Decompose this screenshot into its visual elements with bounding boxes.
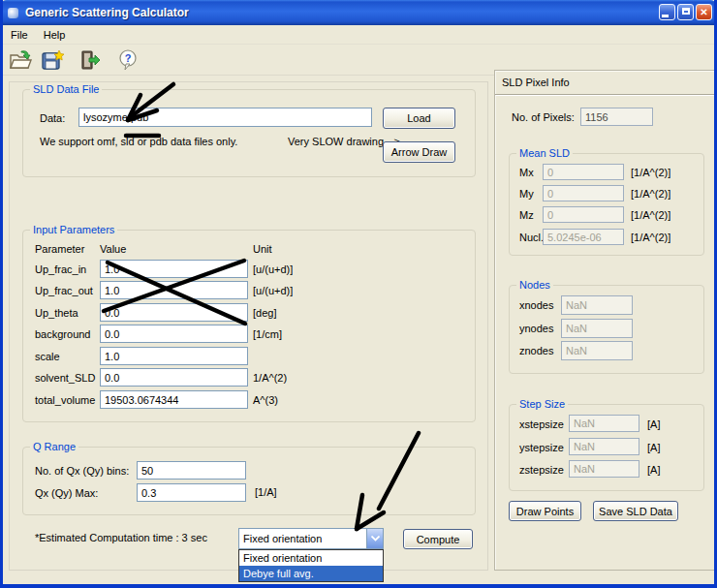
menu-bar: File Help <box>3 25 714 45</box>
save-file-button[interactable] <box>40 47 65 73</box>
mx-unit: [1/A^(2)] <box>631 167 670 178</box>
param-label: total_volume <box>35 394 95 406</box>
help-button[interactable]: ? <box>115 47 140 73</box>
mx-field <box>543 164 624 180</box>
param-label: scale <box>35 351 60 362</box>
my-label: My <box>519 188 534 200</box>
close-button[interactable]: ✕ <box>696 4 712 20</box>
param-unit: A^(3) <box>253 394 278 406</box>
ystepsize-unit: [A] <box>647 442 660 453</box>
app-icon <box>8 8 18 18</box>
step-size-group-title: Step Size <box>516 398 568 410</box>
open-file-button[interactable] <box>8 47 33 73</box>
param-label: background <box>35 328 91 340</box>
title-bar: Generic Scattering Calculator ✕ <box>0 0 717 25</box>
load-button[interactable]: Load <box>383 108 455 129</box>
minimize-button[interactable] <box>659 4 675 20</box>
nucl-unit: [1/A^(2)] <box>631 232 670 243</box>
data-label: Data: <box>40 112 65 124</box>
q-max-input[interactable] <box>137 483 246 502</box>
xstepsize-field <box>569 415 639 432</box>
app-window: Generic Scattering Calculator ✕ File Hel… <box>0 0 717 588</box>
my-field <box>543 185 624 201</box>
param-input-total-volume[interactable] <box>100 390 248 409</box>
my-unit: [1/A^(2)] <box>631 188 670 200</box>
param-input-up-frac-out[interactable] <box>100 281 248 299</box>
mz-unit: [1/A^(2)] <box>631 209 670 221</box>
col-header-value: Value <box>100 243 126 255</box>
param-label: Up_theta <box>35 307 78 319</box>
param-input-solvent-sld[interactable] <box>100 368 248 387</box>
help-icon: ? <box>117 49 139 71</box>
orientation-selected-value: Fixed orientation <box>239 533 366 544</box>
mean-sld-group-title: Mean SLD <box>516 147 573 159</box>
param-input-scale[interactable] <box>100 347 248 365</box>
param-label: solvent_SLD <box>35 372 95 384</box>
q-max-label: Qx (Qy) Max: <box>35 487 98 499</box>
nucl-label: Nucl. <box>519 232 544 243</box>
xnodes-field <box>561 295 633 315</box>
param-unit: [1/cm] <box>253 328 282 340</box>
param-input-up-frac-in[interactable] <box>100 260 248 278</box>
orientation-option-fixed[interactable]: Fixed orientation <box>239 550 383 566</box>
data-file-input[interactable] <box>78 108 372 127</box>
param-input-up-theta[interactable] <box>100 303 248 322</box>
minimize-icon <box>662 15 669 17</box>
input-parameters-group-title: Input Parameters <box>30 224 117 235</box>
ynodes-field <box>561 319 633 338</box>
compute-button[interactable]: Compute <box>403 529 473 549</box>
zstepsize-field <box>569 460 639 478</box>
arrow-draw-button[interactable]: Arrow Draw <box>383 141 455 163</box>
xstepsize-unit: [A] <box>647 418 660 430</box>
param-label: Up_frac_out <box>35 285 93 296</box>
q-range-group: Q Range <box>22 447 476 515</box>
mz-label: Mz <box>519 209 534 221</box>
orientation-dropdown-list: Fixed orientation Debye full avg. <box>238 549 384 582</box>
maximize-icon <box>682 8 690 15</box>
maximize-button[interactable] <box>677 4 694 20</box>
orientation-option-debye[interactable]: Debye full avg. <box>239 566 383 581</box>
col-header-unit: Unit <box>253 243 272 255</box>
menu-help[interactable]: Help <box>36 27 74 43</box>
draw-points-button[interactable]: Draw Points <box>509 501 581 521</box>
orientation-select[interactable]: Fixed orientation <box>238 528 384 549</box>
open-file-icon <box>9 49 32 71</box>
ynodes-label: ynodes <box>519 323 553 334</box>
mz-field <box>543 206 624 223</box>
exit-icon <box>78 49 102 71</box>
znodes-label: znodes <box>519 345 553 356</box>
combo-dropdown-button[interactable] <box>366 529 383 548</box>
param-unit: [u/(u+d)] <box>253 285 293 296</box>
file-support-note: We support omf, sld or pdb data files on… <box>40 136 237 147</box>
no-of-pixels-label: No. of Pixels: <box>512 111 575 123</box>
nucl-field <box>543 229 624 245</box>
param-unit: [u/(u+d)] <box>253 263 293 275</box>
znodes-field <box>561 341 633 360</box>
q-range-group-title: Q Range <box>30 441 78 452</box>
chevron-down-icon <box>371 536 380 542</box>
param-unit: 1/A^(2) <box>253 372 287 384</box>
zstepsize-label: zstepsize <box>519 464 564 476</box>
param-unit: [deg] <box>253 307 276 319</box>
sld-pixel-info-title: SLD Pixel Info <box>502 77 570 88</box>
ystepsize-label: ystepsize <box>519 442 564 453</box>
svg-text:?: ? <box>125 52 132 64</box>
xstepsize-label: xstepsize <box>519 418 564 430</box>
mx-label: Mx <box>519 167 534 178</box>
window-title: Generic Scattering Calculator <box>25 6 189 19</box>
sld-data-file-group-title: SLD Data File <box>30 83 102 95</box>
param-input-background[interactable] <box>100 325 248 343</box>
q-bins-input[interactable] <box>137 461 246 480</box>
param-label: Up_frac_in <box>35 263 86 275</box>
menu-file[interactable]: File <box>3 27 36 43</box>
q-bins-label: No. of Qx (Qy) bins: <box>35 465 129 477</box>
col-header-parameter: Parameter <box>35 243 84 255</box>
no-of-pixels-field <box>580 108 653 126</box>
ystepsize-field <box>569 438 639 455</box>
nodes-group-title: Nodes <box>516 279 553 291</box>
sld-data-file-group: SLD Data File <box>22 89 476 177</box>
save-sld-data-button[interactable]: Save SLD Data <box>593 501 678 521</box>
q-max-unit: [1/A] <box>255 486 277 498</box>
xnodes-label: xnodes <box>519 299 553 311</box>
exit-button[interactable] <box>78 47 103 73</box>
